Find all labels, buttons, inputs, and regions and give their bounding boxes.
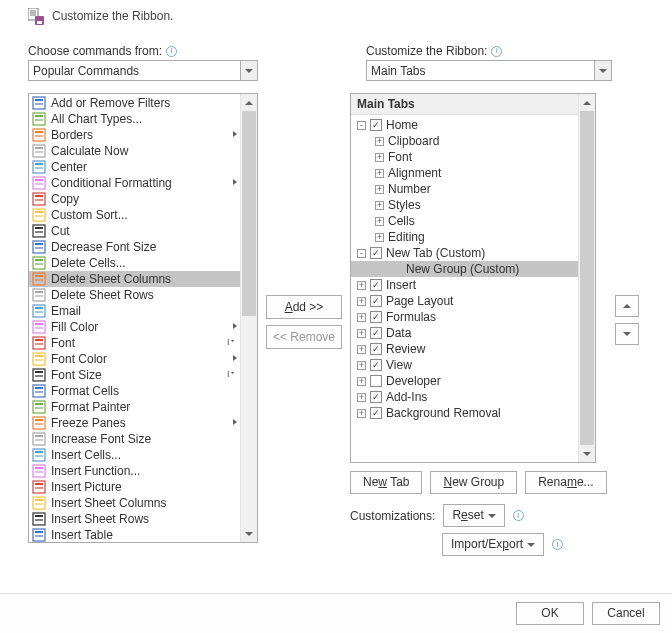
scroll-up-button[interactable] (241, 94, 257, 111)
command-item[interactable]: Insert Picture (29, 479, 257, 495)
command-item[interactable]: Center (29, 159, 257, 175)
add-button[interactable]: Add >> (266, 295, 342, 319)
tree-checkbox[interactable] (370, 359, 382, 371)
tree-row[interactable]: +Alignment (351, 165, 595, 181)
command-item[interactable]: FontI (29, 335, 257, 351)
customize-ribbon-combo[interactable]: Main Tabs (366, 60, 612, 81)
command-item[interactable]: Font Color (29, 351, 257, 367)
command-item[interactable]: Insert Sheet Rows (29, 511, 257, 527)
command-item[interactable]: Copy (29, 191, 257, 207)
expand-icon[interactable]: + (357, 393, 366, 402)
expand-icon[interactable]: + (357, 361, 366, 370)
command-item[interactable]: Format Cells (29, 383, 257, 399)
expand-icon[interactable]: + (357, 313, 366, 322)
chevron-down-icon[interactable] (240, 61, 257, 80)
tree-row[interactable]: +Formulas (351, 309, 595, 325)
expand-icon[interactable]: + (357, 409, 366, 418)
scroll-thumb[interactable] (242, 111, 256, 316)
command-item[interactable]: Calculate Now (29, 143, 257, 159)
scroll-down-button[interactable] (579, 445, 595, 462)
tree-row[interactable]: +Font (351, 149, 595, 165)
tree-checkbox[interactable] (370, 247, 382, 259)
ribbon-tree[interactable]: Main Tabs -Home+Clipboard+Font+Alignment… (350, 93, 596, 463)
expand-icon[interactable]: + (357, 345, 366, 354)
tree-checkbox[interactable] (370, 391, 382, 403)
tree-row[interactable]: +Clipboard (351, 133, 595, 149)
info-icon[interactable]: i (166, 46, 177, 57)
tree-row[interactable]: +Cells (351, 213, 595, 229)
tree-checkbox[interactable] (370, 279, 382, 291)
remove-button[interactable]: << Remove (266, 325, 342, 349)
info-icon[interactable]: i (513, 510, 524, 521)
expand-icon[interactable]: + (375, 137, 384, 146)
command-item[interactable]: Decrease Font Size (29, 239, 257, 255)
ok-button[interactable]: OK (516, 602, 584, 625)
expand-icon[interactable]: + (375, 217, 384, 226)
commands-listbox[interactable]: Add or Remove FiltersAll Chart Types...B… (28, 93, 258, 543)
tree-checkbox[interactable] (370, 343, 382, 355)
chevron-down-icon[interactable] (594, 61, 611, 80)
expand-icon[interactable]: + (375, 201, 384, 210)
scrollbar[interactable] (240, 94, 257, 542)
info-icon[interactable]: i (491, 46, 502, 57)
tree-row[interactable]: -New Tab (Custom) (351, 245, 595, 261)
tree-row[interactable]: +Insert (351, 277, 595, 293)
command-item[interactable]: Borders (29, 127, 257, 143)
cancel-button[interactable]: Cancel (592, 602, 660, 625)
tree-row[interactable]: +Editing (351, 229, 595, 245)
command-item[interactable]: Conditional Formatting (29, 175, 257, 191)
choose-commands-combo[interactable]: Popular Commands (28, 60, 258, 81)
tree-row[interactable]: +Styles (351, 197, 595, 213)
expand-icon[interactable]: + (375, 233, 384, 242)
info-icon[interactable]: i (552, 539, 563, 550)
command-item[interactable]: Insert Table (29, 527, 257, 543)
command-item[interactable]: Delete Cells... (29, 255, 257, 271)
tree-row[interactable]: +Background Removal (351, 405, 595, 421)
move-down-button[interactable] (615, 323, 639, 345)
collapse-icon[interactable]: - (357, 249, 366, 258)
tree-checkbox[interactable] (370, 119, 382, 131)
tree-row[interactable]: New Group (Custom) (351, 261, 595, 277)
command-item[interactable]: Format Painter (29, 399, 257, 415)
tree-row[interactable]: +Developer (351, 373, 595, 389)
command-item[interactable]: Custom Sort... (29, 207, 257, 223)
tree-row[interactable]: +Review (351, 341, 595, 357)
tree-checkbox[interactable] (370, 311, 382, 323)
tree-checkbox[interactable] (370, 375, 382, 387)
scroll-up-button[interactable] (579, 94, 595, 111)
tree-row[interactable]: +Page Layout (351, 293, 595, 309)
tree-row[interactable]: +Number (351, 181, 595, 197)
collapse-icon[interactable]: - (357, 121, 366, 130)
tree-row[interactable]: +Add-Ins (351, 389, 595, 405)
command-item[interactable]: Insert Sheet Columns (29, 495, 257, 511)
command-item[interactable]: Delete Sheet Columns (29, 271, 257, 287)
command-item[interactable]: Insert Function... (29, 463, 257, 479)
move-up-button[interactable] (615, 295, 639, 317)
expand-icon[interactable]: + (357, 297, 366, 306)
command-item[interactable]: Cut (29, 223, 257, 239)
command-item[interactable]: Increase Font Size (29, 431, 257, 447)
reset-button[interactable]: Reset (443, 504, 504, 527)
tree-checkbox[interactable] (370, 327, 382, 339)
command-item[interactable]: Delete Sheet Rows (29, 287, 257, 303)
expand-icon[interactable]: + (375, 153, 384, 162)
command-item[interactable]: All Chart Types... (29, 111, 257, 127)
rename-button[interactable]: Rename... (525, 471, 606, 494)
expand-icon[interactable]: + (375, 185, 384, 194)
tree-checkbox[interactable] (370, 295, 382, 307)
command-item[interactable]: Fill Color (29, 319, 257, 335)
new-tab-button[interactable]: New Tab (350, 471, 422, 494)
expand-icon[interactable]: + (375, 169, 384, 178)
tree-row[interactable]: +View (351, 357, 595, 373)
expand-icon[interactable]: + (357, 281, 366, 290)
command-item[interactable]: Insert Cells... (29, 447, 257, 463)
tree-row[interactable]: -Home (351, 117, 595, 133)
scrollbar[interactable] (578, 94, 595, 462)
scroll-thumb[interactable] (580, 111, 594, 445)
new-group-button[interactable]: New Group (430, 471, 517, 494)
expand-icon[interactable]: + (357, 329, 366, 338)
command-item[interactable]: Freeze Panes (29, 415, 257, 431)
command-item[interactable]: Font SizeI (29, 367, 257, 383)
command-item[interactable]: Email (29, 303, 257, 319)
tree-checkbox[interactable] (370, 407, 382, 419)
